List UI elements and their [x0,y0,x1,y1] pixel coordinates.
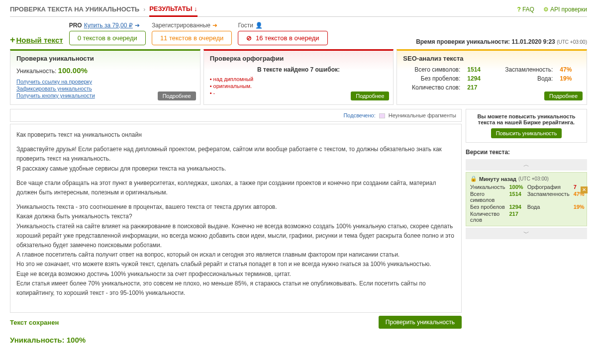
final-uniqueness: Уникальность: 100% [10,336,462,344]
close-icon[interactable]: ✕ [581,186,588,193]
text-content[interactable]: Как проверить текст на уникальность онла… [10,124,462,313]
card-spell-title: Проверка орфографии [204,51,394,64]
card-seo: SEO-анализ текста Всего символов: 1514 З… [397,49,587,105]
user-icon: 👤 [255,22,263,29]
seo-total: 1514 [467,66,489,73]
queue-row: + Новый текст PRO Купить за 79,00 ₽ ➔ 0 … [10,22,587,45]
result-cards: Проверка уникальности Уникальность: 100.… [10,49,587,105]
queue-guest-pill[interactable]: ⊘ 16 текстов в очереди [238,31,327,45]
swatch-nonunique [379,113,385,118]
check-timestamp: Время проверки уникальности: 11.01.2020 … [416,38,587,45]
chevron-right-icon: › [143,6,145,13]
versions-title: Версии текста: [466,147,587,158]
queue-pro-pill[interactable]: 0 текстов в очереди [69,31,146,45]
link-get-url[interactable]: Получить ссылку на проверку [16,79,194,85]
queue-registered: Зарегистрированные ➜ 11 текстов в очеред… [152,22,232,45]
spell-error: • оригинальным. [210,83,388,89]
saved-label: Текст сохранен [10,319,59,326]
check-uniqueness-button[interactable]: Проверить уникальность [379,316,462,329]
gear-icon: ⚙ [543,6,549,13]
breadcrumb-current[interactable]: РЕЗУЛЬТАТЫ ↓ [149,5,197,17]
version-item[interactable]: 🔒 Минуту назад (UTC +03:00) Уникальность… [466,172,587,226]
uniqueness-value: 100.00% [58,66,88,75]
seo-water: 19% [560,75,581,82]
queue-reg-pill[interactable]: 11 текстов в очереди [152,31,232,45]
highlight-legend: Подсвечено: Неуникальные фрагменты [10,109,462,122]
breadcrumb-bar: ПРОВЕРКА ТЕКСТА НА УНИКАЛЬНОСТЬ › РЕЗУЛЬ… [10,5,587,17]
login-icon: ➜ [212,22,217,29]
link-fix-uniq[interactable]: Зафиксировать уникальность [16,86,194,91]
seo-nospace: 1294 [467,75,489,82]
spell-error: • над дипломный [210,76,388,82]
new-text-button[interactable]: + Новый текст [10,35,63,45]
seo-spam: 47% [560,66,581,73]
sidebar: Вы можете повысить уникальность текста н… [466,109,587,344]
breadcrumb-root[interactable]: ПРОВЕРКА ТЕКСТА НА УНИКАЛЬНОСТЬ [10,5,139,13]
raise-uniq-button[interactable]: Повысить уникальность [491,128,562,138]
more-uniq-button[interactable]: Подробнее [158,91,196,100]
plus-icon: + [10,35,15,45]
chevron-down-icon[interactable]: ﹀ [466,228,587,239]
faq-link[interactable]: ?FAQ [517,6,534,13]
spell-summary: В тексте найдено 7 ошибок: [210,66,388,73]
card-uniq-title: Проверка уникальности [10,51,200,64]
card-spelling: Проверка орфографии В тексте найдено 7 о… [203,49,394,105]
card-seo-title: SEO-анализ текста [397,51,587,64]
arrow-right-icon: ➔ [135,22,140,29]
seo-words: 217 [467,84,489,91]
help-icon: ? [517,6,521,13]
queue-guests: Гости 👤 ⊘ 16 текстов в очереди [238,22,327,45]
more-seo-button[interactable]: Подробнее [544,91,583,100]
card-uniqueness: Проверка уникальности Уникальность: 100.… [10,49,200,105]
buy-pro-link[interactable]: Купить за 79,00 ₽ [84,22,133,29]
raise-uniq-card: Вы можете повысить уникальность текста н… [466,109,587,143]
main-column: Подсвечено: Неуникальные фрагменты Как п… [10,109,462,344]
no-entry-icon: ⊘ [246,34,252,42]
queue-pro: PRO Купить за 79,00 ₽ ➔ 0 текстов в очер… [69,22,146,45]
more-spell-button[interactable]: Подробнее [351,91,389,100]
chevron-up-icon[interactable]: ︿ [466,159,587,171]
api-link[interactable]: ⚙API проверки [543,6,587,13]
lock-icon: 🔒 [470,176,477,182]
